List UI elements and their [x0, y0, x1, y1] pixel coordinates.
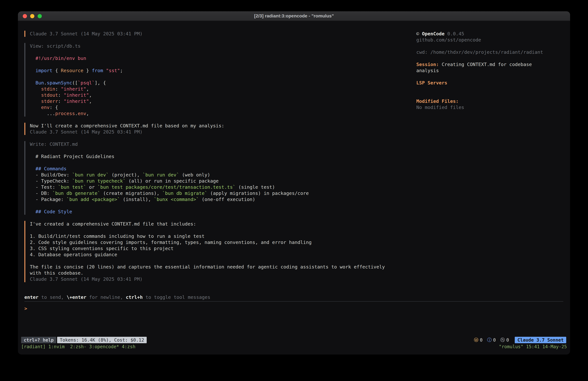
- hint-icon: ⓗ: [500, 337, 505, 343]
- text-segment: or: [86, 184, 97, 190]
- text-line: 4. Database operations guidance: [30, 251, 412, 258]
- tokens-cost-chip: Tokens: 16.4K (8%), Cost: $0.12: [57, 337, 147, 343]
- text-segment: `bun db generate`: [52, 190, 100, 196]
- text-segment: `bun test`: [58, 184, 86, 190]
- text-line: [30, 61, 412, 67]
- text-segment: spawnSync: [47, 80, 72, 86]
- text-segment: (apply migrations) in packages/core: [207, 190, 309, 196]
- text-segment: Write: CONTEXT.md: [30, 141, 78, 147]
- tmux-window-list[interactable]: [radiant] 1:nvim 2:zsh- 3:opencode* 4:zs…: [21, 344, 135, 349]
- text-segment: ([: [72, 80, 78, 86]
- text-line: - DB: `bun db generate` (create migratio…: [30, 190, 412, 196]
- text-line: Claude 3.7 Sonnet (14 May 2025 03:41 PM): [30, 129, 412, 135]
- text-line: ## Commands: [30, 166, 412, 172]
- text-segment: - TypeCheck:: [30, 178, 72, 184]
- text-segment: to send,: [38, 294, 67, 300]
- text-segment: Creating CONTEXT.md for codebase: [439, 62, 532, 67]
- text-segment: stdin: [41, 86, 55, 92]
- text-segment: [30, 68, 36, 73]
- text-line: [30, 159, 412, 166]
- text-segment: - Test:: [30, 184, 58, 190]
- info-icon: ⓘ: [487, 337, 492, 343]
- text-segment: (all) or run in specific package: [126, 178, 219, 184]
- minimize-icon[interactable]: [30, 14, 34, 18]
- text-segment: [30, 80, 36, 86]
- text-segment: "inherit": [61, 86, 86, 92]
- text-line: [416, 43, 566, 49]
- text-segment: for newline,: [86, 294, 126, 300]
- text-segment: [103, 68, 106, 73]
- text-line: © OpenCode 0.0.45: [416, 31, 566, 37]
- text-segment: env: [41, 105, 50, 110]
- text-segment: ,: [86, 111, 89, 116]
- text-segment: stdout: [41, 92, 58, 98]
- text-line: 1. Build/lint/test commands including ho…: [30, 233, 412, 239]
- text-segment: to toggle tool messages: [143, 294, 210, 300]
- assistant-message-block: Now I'll create a comprehensive CONTEXT.…: [24, 123, 412, 135]
- text-segment: Now I'll create a comprehensive CONTEXT.…: [30, 123, 224, 129]
- text-segment: (project),: [109, 172, 143, 178]
- text-segment: cwd: /home/thdxr/dev/projects/radiant/ra…: [416, 49, 543, 55]
- text-line: - Test: `bun test` or `bun test packages…: [30, 184, 412, 190]
- text-segment: 4. Database operations guidance: [30, 252, 117, 257]
- status-bar: ctrl+? help Tokens: 16.4K (8%), Cost: $0…: [21, 336, 566, 344]
- text-segment: .: [44, 80, 47, 86]
- text-segment: `bun add <package>`: [66, 197, 120, 202]
- text-segment: (install),: [120, 197, 154, 202]
- text-segment: Claude 3.7 Sonnet (14 May 2025 03:41 PM): [30, 31, 143, 37]
- text-segment: `bun run dev`: [143, 172, 179, 178]
- text-segment: `bun db migrate`: [162, 190, 207, 196]
- text-line: - TypeCheck: `bun run typecheck` (all) o…: [30, 178, 412, 184]
- prompt-input[interactable]: >: [24, 305, 563, 312]
- text-segment: ,: [89, 98, 92, 104]
- text-segment: [30, 86, 41, 92]
- window-title: [2/3] radiant:3:opencode - "romulus": [254, 13, 334, 19]
- text-segment: [30, 105, 41, 110]
- text-segment: The file is concise (20 lines) and captu…: [30, 264, 385, 269]
- text-line: Bun.spawnSync([`psql`], {: [30, 80, 412, 86]
- diagnostics-group: Ⓦ0ⓘ0ⓗ0: [474, 337, 509, 343]
- text-segment: Claude 3.7 Sonnet (14 May 2025 03:41 PM): [30, 276, 143, 282]
- text-line: LSP Servers: [416, 80, 566, 86]
- text-segment: LSP Servers: [416, 80, 447, 86]
- model-chip: Claude 3.7 Sonnet: [515, 337, 566, 343]
- text-segment: import: [36, 68, 52, 73]
- hint-diagnostic: ⓗ0: [500, 337, 509, 343]
- text-segment: with this codebase.: [30, 270, 84, 276]
- text-segment: ## Commands: [36, 166, 66, 171]
- text-segment: Modified Files:: [416, 98, 459, 104]
- text-line: [416, 74, 566, 80]
- text-segment: [30, 166, 36, 171]
- terminal-window: [2/3] radiant:3:opencode - "romulus" Cla…: [18, 11, 570, 355]
- text-segment: OpenCode: [422, 31, 444, 37]
- text-line: enter to send, \+enter for newline, ctrl…: [24, 294, 563, 300]
- text-segment: ...: [30, 111, 55, 116]
- traffic-lights: [23, 11, 42, 21]
- text-segment: (one-off execution): [199, 197, 255, 202]
- chat-log: Claude 3.7 Sonnet (14 May 2025 03:41 PM)…: [24, 31, 412, 288]
- text-line: View: script/db.ts: [30, 43, 412, 49]
- text-line: with this codebase.: [30, 270, 412, 276]
- text-segment: analysis: [416, 68, 439, 73]
- text-segment: - Package:: [30, 197, 66, 202]
- text-segment: Session:: [416, 62, 439, 67]
- text-line: import { Resource } from "sst";: [30, 67, 412, 74]
- text-segment: from: [92, 68, 103, 73]
- text-line: env: {: [30, 104, 412, 111]
- text-segment: ,: [86, 86, 89, 92]
- text-segment: "inherit": [64, 92, 89, 98]
- text-line: [30, 227, 412, 233]
- text-line: Claude 3.7 Sonnet (14 May 2025 03:41 PM): [30, 276, 412, 282]
- text-line: [30, 147, 412, 153]
- zoom-icon[interactable]: [38, 14, 42, 18]
- text-segment: :: [58, 98, 64, 104]
- text-line: #!/usr/bin/env bun: [30, 55, 412, 61]
- text-line: stdout: "inherit",: [30, 92, 412, 98]
- text-line: - Package: `bun add <package>` (install)…: [30, 196, 412, 202]
- text-line: 2. Code style guidelines covering import…: [30, 239, 412, 246]
- text-segment: ,: [89, 92, 92, 98]
- text-line: [416, 86, 566, 92]
- close-icon[interactable]: [23, 14, 27, 18]
- assistant-meta-block: Claude 3.7 Sonnet (14 May 2025 03:41 PM): [24, 31, 412, 37]
- text-segment: ©: [416, 31, 422, 37]
